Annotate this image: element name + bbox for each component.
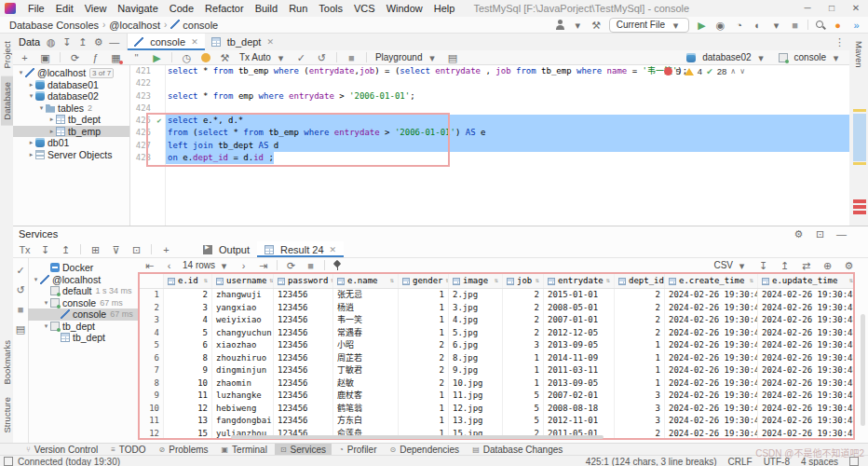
grid-cell[interactable]: 2024-02-26 19:30:48 [758,352,855,365]
tab-console[interactable]: console✕ [128,34,204,50]
update-notification-icon[interactable]: ● [832,19,844,32]
column-header-job[interactable]: job⇅ [503,274,544,288]
commit-icon[interactable]: ✓ [295,51,307,64]
stripe-maven[interactable]: Maven [853,35,865,74]
column-header-password[interactable]: password⇅ [274,274,333,288]
reload-page-icon[interactable]: ⟳ [285,259,297,272]
grid-cell[interactable]: 123456 [274,339,333,352]
grid-row[interactable]: 68zhouzhiruo123456周芷若28.jpg12014-11-0912… [140,352,853,365]
grid-cell[interactable]: 2 [615,289,665,302]
tx-mode-select[interactable]: Tx Auto ▾ [239,51,287,64]
grid-cell[interactable]: 2 [503,302,544,315]
grid-cell[interactable]: 13 [164,415,212,428]
menu-tools[interactable]: Tools [313,3,348,14]
grid-cell[interactable]: 2024-02-26 19:30:48 [758,415,855,428]
tree-item--localhost[interactable]: ▾@localhost [28,274,138,286]
caret-position[interactable]: 425:1 (124 chars, 3 line breaks) [586,457,717,466]
user-icon[interactable] [555,20,565,30]
add-service-icon[interactable]: + [160,243,172,256]
tree-item-tables[interactable]: ▾tables2 [13,103,129,115]
editor-line[interactable]: 423select * from emp where entrydate > '… [130,90,849,103]
column-header-entrydate[interactable]: entrydate⇅ [544,274,615,288]
gear-icon[interactable]: ⚙ [93,35,103,48]
grid-cell[interactable]: 2024-02-26 19:30:48 [758,302,855,315]
tab-tb_dept[interactable]: tb_dept✕ [205,34,280,50]
menu-vcs[interactable]: VCS [348,3,381,14]
grid-cell[interactable]: 9 [164,364,212,377]
tree-item-database02[interactable]: ▾database02 [13,90,129,103]
playground-select[interactable]: Playground ▾ [375,51,439,64]
learn-icon[interactable]: » [850,19,862,32]
execute-button[interactable]: ▶ [151,51,163,64]
editor-line[interactable]: 426from (select * from tb_emp where entr… [130,127,849,139]
grid-cell[interactable]: 5 [503,415,544,428]
profiler-button[interactable]: ◔ [733,19,745,32]
horizontal-scrollbar[interactable] [231,435,604,439]
breadcrumb-item[interactable]: console [169,20,220,31]
grid-cell[interactable]: 2024-02-26 19:30:48 [665,327,758,340]
column-header-e-update_time[interactable]: e.update_time⇅ [758,274,855,288]
menu-navigate[interactable]: Navigate [112,3,163,14]
gear-icon[interactable]: ⚙ [793,227,805,240]
column-header-e-create_time[interactable]: e.create_time⇅ [665,274,758,288]
grid-cell[interactable]: 2012-12-05 [544,327,615,340]
grid-cell[interactable]: zhaomin [212,377,274,391]
grid-cell[interactable]: fangdongbai [212,415,274,428]
grid-cell[interactable]: 2024-02-26 19:30:48 [758,390,855,403]
grid-cell[interactable]: 赵敏 [333,377,399,391]
chevron-icon[interactable]: ▾ [17,69,25,76]
menu-help[interactable]: Help [428,3,461,14]
grid-cell[interactable]: 2008-05-01 [544,302,615,315]
column-header-image[interactable]: image⇅ [449,274,503,288]
grid-cell[interactable]: 123456 [274,415,333,428]
grid-cell[interactable]: dingminjun [212,364,274,377]
grid-cell[interactable]: 11 [164,390,212,403]
grid-cell[interactable]: 2024-02-26 19:30:48 [665,415,758,428]
grid-cell[interactable]: changyuchun [212,327,274,340]
tree-item-console[interactable]: console67 ms [28,308,138,321]
grid-cell[interactable]: 周芷若 [333,352,399,365]
menu-build[interactable]: Build [250,3,283,14]
sql-editor[interactable]: 421select * from tb_emp where (entrydate… [130,65,849,226]
grid-cell[interactable]: 2024-02-26 19:30:48 [665,352,758,365]
grid-cell[interactable]: 1 [399,415,449,428]
sort-icon[interactable]: ⇅ [204,274,208,288]
tree-item-tb_emp[interactable]: ▸tb_emp [13,126,129,138]
grid-cell[interactable]: 2024-02-26 19:30:48 [665,390,758,403]
grid-cell[interactable]: 2024-02-26 19:30:48 [758,314,855,327]
grid-row[interactable]: 34weiyixiao123456韦一笑14.jpg22007-01-01220… [140,314,853,327]
stripe-warning-mark[interactable] [853,162,866,165]
grid-cell[interactable]: 2 [615,302,665,315]
chevron-icon[interactable]: ▾ [32,276,40,283]
grid-cell[interactable]: 2013-09-05 [544,377,615,391]
stripe-error-mark[interactable] [853,205,866,209]
more-options-icon[interactable]: ⋮ [834,35,846,48]
grid-cell[interactable]: 123456 [274,289,333,302]
grid-cell[interactable]: 1 [399,314,449,327]
tree-item-console[interactable]: ▾console67 ms [28,297,138,309]
grid-cell[interactable]: 4.jpg [449,314,503,327]
grid-cell[interactable]: luzhangke [212,390,274,403]
sort-icon[interactable]: ⇅ [750,274,753,288]
toolwindow-problems[interactable]: ⊘Problems [154,444,214,456]
copy-icon[interactable]: ▣ [39,51,51,64]
tree-item-tb_dept[interactable]: tb_dept [28,332,138,344]
grid-cell[interactable]: 1 [615,364,665,377]
chevron-icon[interactable]: ▸ [27,151,35,158]
grid-cell[interactable]: 1 [615,352,665,365]
toolwindow-todo[interactable]: ≡TODO [105,444,151,456]
chevron-icon[interactable]: ▸ [27,81,35,89]
grid-cell[interactable]: 1 [399,289,449,302]
prev-issue-icon[interactable]: ∧ [730,67,736,75]
grid-cell[interactable]: 2.jpg [449,289,503,302]
collapse-all-icon[interactable]: ↥ [60,243,72,256]
grid-cell[interactable]: 2 [615,428,665,441]
close-tab-icon[interactable]: ✕ [191,37,198,47]
grid-cell[interactable]: 2007-01-01 [544,314,615,327]
chevron-icon[interactable]: ▾ [27,92,35,100]
grid-cell[interactable]: 12.jpg [449,403,503,416]
grid-cell[interactable]: 3 [503,339,544,352]
grid-cell[interactable]: zhangwuji [212,289,274,302]
grid-cell[interactable]: 常遇春 [333,327,399,340]
toolwindow-dependencies[interactable]: ⊙Dependencies [384,444,465,456]
